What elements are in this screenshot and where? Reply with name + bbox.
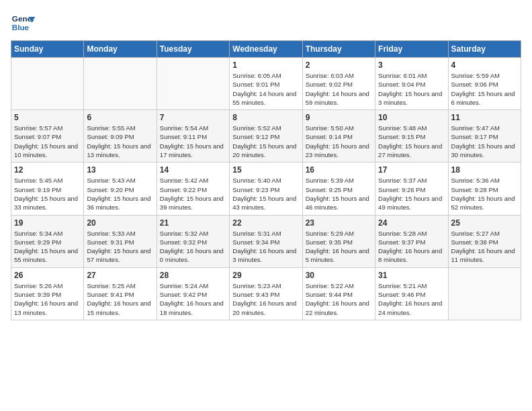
day-number: 2	[306, 60, 372, 70]
day-number: 30	[306, 271, 372, 280]
calendar-cell: 27Sunrise: 5:25 AM Sunset: 9:41 PM Dayli…	[84, 267, 157, 320]
calendar-cell: 31Sunrise: 5:21 AM Sunset: 9:46 PM Dayli…	[375, 267, 448, 320]
day-number: 31	[378, 271, 445, 280]
day-number: 14	[160, 165, 226, 175]
day-number: 18	[451, 165, 518, 175]
calendar-cell: 7Sunrise: 5:54 AM Sunset: 9:11 PM Daylig…	[157, 110, 229, 163]
day-number: 19	[14, 218, 81, 228]
logo: General Blue	[11, 11, 38, 35]
day-info: Sunrise: 6:05 AM Sunset: 9:01 PM Dayligh…	[232, 71, 299, 107]
calendar-cell	[448, 267, 521, 320]
day-info: Sunrise: 5:40 AM Sunset: 9:23 PM Dayligh…	[232, 176, 299, 212]
day-number: 29	[232, 271, 299, 280]
day-info: Sunrise: 5:24 AM Sunset: 9:42 PM Dayligh…	[160, 281, 226, 317]
calendar-week-row: 12Sunrise: 5:45 AM Sunset: 9:19 PM Dayli…	[11, 163, 521, 215]
calendar-cell: 10Sunrise: 5:48 AM Sunset: 9:15 PM Dayli…	[375, 110, 448, 163]
calendar-cell: 22Sunrise: 5:31 AM Sunset: 9:34 PM Dayli…	[230, 215, 302, 267]
calendar-cell: 12Sunrise: 5:45 AM Sunset: 9:19 PM Dayli…	[11, 163, 84, 215]
day-info: Sunrise: 5:29 AM Sunset: 9:35 PM Dayligh…	[306, 229, 372, 265]
calendar-cell: 1Sunrise: 6:05 AM Sunset: 9:01 PM Daylig…	[230, 58, 302, 110]
day-number: 3	[378, 60, 445, 70]
calendar-cell: 23Sunrise: 5:29 AM Sunset: 9:35 PM Dayli…	[302, 215, 375, 267]
calendar-week-row: 26Sunrise: 5:26 AM Sunset: 9:39 PM Dayli…	[11, 267, 521, 320]
calendar-cell: 30Sunrise: 5:22 AM Sunset: 9:44 PM Dayli…	[302, 267, 375, 320]
day-number: 6	[87, 113, 153, 122]
weekday-header-friday: Friday	[375, 41, 448, 58]
day-info: Sunrise: 5:55 AM Sunset: 9:09 PM Dayligh…	[87, 124, 153, 159]
weekday-header-saturday: Saturday	[448, 41, 521, 58]
day-info: Sunrise: 5:37 AM Sunset: 9:26 PM Dayligh…	[378, 176, 445, 212]
calendar-cell	[157, 58, 229, 110]
calendar-week-row: 5Sunrise: 5:57 AM Sunset: 9:07 PM Daylig…	[11, 110, 521, 163]
day-info: Sunrise: 5:33 AM Sunset: 9:31 PM Dayligh…	[87, 229, 153, 265]
day-number: 1	[232, 60, 299, 70]
day-number: 23	[306, 218, 372, 228]
weekday-header-tuesday: Tuesday	[157, 41, 229, 58]
day-info: Sunrise: 5:47 AM Sunset: 9:17 PM Dayligh…	[451, 124, 518, 159]
weekday-header-monday: Monday	[84, 41, 157, 58]
page-header: General Blue	[11, 11, 521, 35]
calendar-cell	[84, 58, 157, 110]
day-info: Sunrise: 5:21 AM Sunset: 9:46 PM Dayligh…	[378, 281, 445, 317]
day-info: Sunrise: 5:57 AM Sunset: 9:07 PM Dayligh…	[14, 124, 81, 159]
calendar-cell: 8Sunrise: 5:52 AM Sunset: 9:12 PM Daylig…	[230, 110, 302, 163]
day-info: Sunrise: 5:36 AM Sunset: 9:28 PM Dayligh…	[451, 176, 518, 212]
weekday-header-row: SundayMondayTuesdayWednesdayThursdayFrid…	[11, 41, 521, 58]
calendar-cell: 6Sunrise: 5:55 AM Sunset: 9:09 PM Daylig…	[84, 110, 157, 163]
calendar-cell: 21Sunrise: 5:32 AM Sunset: 9:32 PM Dayli…	[157, 215, 229, 267]
calendar-cell: 9Sunrise: 5:50 AM Sunset: 9:14 PM Daylig…	[302, 110, 375, 163]
calendar-cell: 26Sunrise: 5:26 AM Sunset: 9:39 PM Dayli…	[11, 267, 84, 320]
day-info: Sunrise: 5:23 AM Sunset: 9:43 PM Dayligh…	[232, 281, 299, 317]
day-info: Sunrise: 5:39 AM Sunset: 9:25 PM Dayligh…	[306, 176, 372, 212]
svg-text:Blue: Blue	[12, 23, 30, 32]
day-number: 13	[87, 165, 153, 175]
day-info: Sunrise: 6:01 AM Sunset: 9:04 PM Dayligh…	[378, 71, 445, 107]
day-number: 12	[14, 165, 81, 175]
calendar-cell: 28Sunrise: 5:24 AM Sunset: 9:42 PM Dayli…	[157, 267, 229, 320]
calendar-cell: 18Sunrise: 5:36 AM Sunset: 9:28 PM Dayli…	[448, 163, 521, 215]
day-info: Sunrise: 5:54 AM Sunset: 9:11 PM Dayligh…	[160, 124, 226, 159]
calendar-cell: 29Sunrise: 5:23 AM Sunset: 9:43 PM Dayli…	[230, 267, 302, 320]
day-number: 10	[378, 113, 445, 122]
calendar-week-row: 19Sunrise: 5:34 AM Sunset: 9:29 PM Dayli…	[11, 215, 521, 267]
calendar-cell: 11Sunrise: 5:47 AM Sunset: 9:17 PM Dayli…	[448, 110, 521, 163]
calendar-cell: 3Sunrise: 6:01 AM Sunset: 9:04 PM Daylig…	[375, 58, 448, 110]
calendar-cell: 25Sunrise: 5:27 AM Sunset: 9:38 PM Dayli…	[448, 215, 521, 267]
day-info: Sunrise: 5:34 AM Sunset: 9:29 PM Dayligh…	[14, 229, 81, 265]
calendar-table: SundayMondayTuesdayWednesdayThursdayFrid…	[11, 40, 521, 320]
weekday-header-thursday: Thursday	[302, 41, 375, 58]
day-number: 7	[160, 113, 226, 122]
day-number: 9	[306, 113, 372, 122]
calendar-cell: 15Sunrise: 5:40 AM Sunset: 9:23 PM Dayli…	[230, 163, 302, 215]
day-number: 21	[160, 218, 226, 228]
day-info: Sunrise: 5:59 AM Sunset: 9:06 PM Dayligh…	[451, 71, 518, 107]
weekday-header-wednesday: Wednesday	[230, 41, 302, 58]
calendar-cell: 2Sunrise: 6:03 AM Sunset: 9:02 PM Daylig…	[302, 58, 375, 110]
logo-icon: General Blue	[11, 11, 35, 35]
day-number: 25	[451, 218, 518, 228]
weekday-header-sunday: Sunday	[11, 41, 84, 58]
calendar-cell: 5Sunrise: 5:57 AM Sunset: 9:07 PM Daylig…	[11, 110, 84, 163]
calendar-cell: 14Sunrise: 5:42 AM Sunset: 9:22 PM Dayli…	[157, 163, 229, 215]
calendar-week-row: 1Sunrise: 6:05 AM Sunset: 9:01 PM Daylig…	[11, 58, 521, 110]
day-info: Sunrise: 5:26 AM Sunset: 9:39 PM Dayligh…	[14, 281, 81, 317]
day-number: 24	[378, 218, 445, 228]
day-info: Sunrise: 5:50 AM Sunset: 9:14 PM Dayligh…	[306, 124, 372, 159]
day-info: Sunrise: 5:48 AM Sunset: 9:15 PM Dayligh…	[378, 124, 445, 159]
day-info: Sunrise: 5:22 AM Sunset: 9:44 PM Dayligh…	[306, 281, 372, 317]
day-number: 20	[87, 218, 153, 228]
calendar-cell: 17Sunrise: 5:37 AM Sunset: 9:26 PM Dayli…	[375, 163, 448, 215]
calendar-cell	[11, 58, 84, 110]
day-number: 27	[87, 271, 153, 280]
calendar-cell: 13Sunrise: 5:43 AM Sunset: 9:20 PM Dayli…	[84, 163, 157, 215]
day-info: Sunrise: 5:28 AM Sunset: 9:37 PM Dayligh…	[378, 229, 445, 265]
day-info: Sunrise: 5:25 AM Sunset: 9:41 PM Dayligh…	[87, 281, 153, 317]
calendar-cell: 24Sunrise: 5:28 AM Sunset: 9:37 PM Dayli…	[375, 215, 448, 267]
day-number: 16	[306, 165, 372, 175]
day-info: Sunrise: 5:42 AM Sunset: 9:22 PM Dayligh…	[160, 176, 226, 212]
day-info: Sunrise: 6:03 AM Sunset: 9:02 PM Dayligh…	[306, 71, 372, 107]
day-info: Sunrise: 5:43 AM Sunset: 9:20 PM Dayligh…	[87, 176, 153, 212]
day-info: Sunrise: 5:52 AM Sunset: 9:12 PM Dayligh…	[232, 124, 299, 159]
day-number: 11	[451, 113, 518, 122]
day-number: 5	[14, 113, 81, 122]
